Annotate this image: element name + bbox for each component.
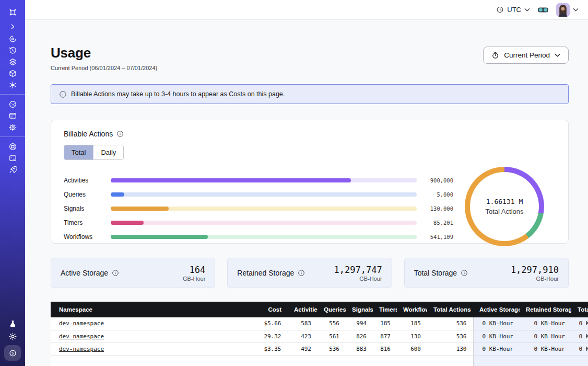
cell-activities: 492 [288,342,317,355]
table-header-row: NamespaceCostActivitiesQueriesSignalsTim… [51,302,588,317]
active-storage-value: 164 [183,265,205,275]
cell-total-storage: 0 KB-Hour [571,342,588,355]
active-storage-unit: GB-Hour [183,276,205,282]
bar-row-timers: Timers85,201 [64,215,453,230]
column-header-active-storage: Active Storage [473,302,520,317]
asterisk-icon[interactable] [0,79,25,90]
billing-card-icon[interactable] [0,110,25,121]
bar-fill [111,235,208,239]
chevron-down-icon [524,8,530,12]
period-button-label: Current Period [504,51,550,59]
temporal-logo-icon[interactable] [0,4,25,20]
main-content: Usage Current Period (06/01/2024 – 07/01… [25,20,588,366]
namespace-usage-table: NamespaceCostActivitiesQueriesSignalsTim… [51,302,588,366]
bar-track [111,178,417,182]
total-storage-unit: GB-Hour [511,276,559,282]
column-header-queries: Queries [317,302,346,317]
stopwatch-icon [491,51,499,59]
timezone-selector[interactable]: UTC [496,6,530,14]
bar-label: Signals [64,205,100,212]
table-row: dev-namespace$5.665835569941851855360 KB… [51,317,588,330]
cell-retained-storage: 0 KB-Hour [520,330,571,342]
bar-row-queries: Queries5,000 [64,187,453,201]
bar-fill [111,221,144,225]
cube-icon[interactable] [0,67,25,79]
billable-bar-chart: Activities900,000Queries5,000Signals130,… [64,171,453,246]
cell-workflows: 185 [397,317,427,330]
bar-fill [111,207,169,211]
bar-row-workflows: Workflows541,109 [64,230,453,244]
bar-label: Workflows [64,233,100,241]
page-subtitle: Current Period (06/01/2024 – 07/01/2024) [51,65,157,71]
info-icon[interactable] [116,130,124,138]
chevron-down-icon [555,53,560,58]
column-header-signals: Signals [346,302,373,317]
cell-total-actions: 130 [427,342,473,355]
cell-workflows: 600 [397,342,427,355]
bar-track [111,221,417,225]
support-lifebuoy-icon[interactable] [0,141,25,152]
table-row: dev-namespace$3.354925368838166001300 KB… [51,342,588,355]
theme-sun-icon[interactable] [0,329,25,343]
bar-label: Activities [64,177,100,184]
history-clock-icon[interactable] [0,44,25,56]
usage-gauge-icon[interactable] [0,98,25,110]
bar-track [111,192,417,197]
sidebar: $ [0,0,25,366]
info-icon [59,90,67,98]
labs-flask-icon[interactable] [0,318,25,329]
bar-fill [111,178,351,182]
cell-cost: $3.35 [237,342,288,355]
timezone-label: UTC [507,6,521,14]
active-storage-label: Active Storage [61,269,108,277]
cell-cost: 29.32 [237,330,288,342]
column-header-namespace: Namespace [51,302,237,317]
bar-fill [111,192,124,197]
namespaces-icon[interactable] [0,33,25,44]
retained-storage-value: 1,297,747 [334,265,382,275]
info-icon[interactable] [112,269,119,277]
period-selector-button[interactable]: Current Period [483,47,569,64]
total-daily-toggle: Total Daily [64,145,124,160]
donut-total-value: 1.66131 M [486,198,523,205]
tab-daily[interactable]: Daily [93,145,123,159]
tab-total[interactable]: Total [64,145,93,159]
namespace-link[interactable]: dev-namespace [59,320,104,327]
column-header-total-actions: Total Actions [427,302,473,317]
chevron-down-icon [573,8,579,12]
layers-icon[interactable] [0,56,25,67]
cell-timers: 877 [373,330,397,342]
namespace-link[interactable]: dev-namespace [59,333,104,340]
getting-started-rocket-icon[interactable] [0,164,25,175]
bar-value: 85,201 [424,220,453,226]
bar-value: 130,000 [424,205,453,212]
svg-text:$: $ [11,351,14,356]
cell-total-storage: 0 KB-Hour [571,317,588,330]
cell-total-actions: 536 [427,330,473,342]
retained-storage-card: Retained Storage 1,297,747 GB-Hour [227,258,392,288]
cell-total-storage: 0 KB-Hour [571,330,588,342]
usage-dollar-icon[interactable]: $ [4,345,21,361]
banner-text: Billable Actions may take up to 3-4 hour… [71,90,285,98]
clock-icon [496,6,504,14]
bar-value: 541,109 [424,234,453,240]
column-header-cost: Cost [237,302,288,317]
billable-actions-card: Billable Actions Total Daily Activities9… [51,120,569,244]
settings-gear-icon[interactable] [0,121,25,133]
cell-queries: 536 [317,342,346,355]
info-icon[interactable] [461,269,468,277]
goggles-icon[interactable] [537,6,549,14]
donut-total-label: Total Actions [486,208,524,215]
feedback-monitor-icon[interactable] [0,152,25,164]
expand-sidebar-chevron-icon[interactable] [0,20,25,33]
sidebar-divider [0,136,25,137]
active-storage-card: Active Storage 164 GB-Hour [51,258,215,288]
column-header-timers: Timers [373,302,397,317]
account-menu[interactable] [556,3,579,17]
column-header-activities: Activities [288,302,317,317]
namespace-link[interactable]: dev-namespace [59,346,104,352]
info-icon[interactable] [298,269,305,277]
cell-cost: $5.66 [237,317,288,330]
retained-storage-unit: GB-Hour [334,276,382,282]
retained-storage-label: Retained Storage [237,269,294,277]
